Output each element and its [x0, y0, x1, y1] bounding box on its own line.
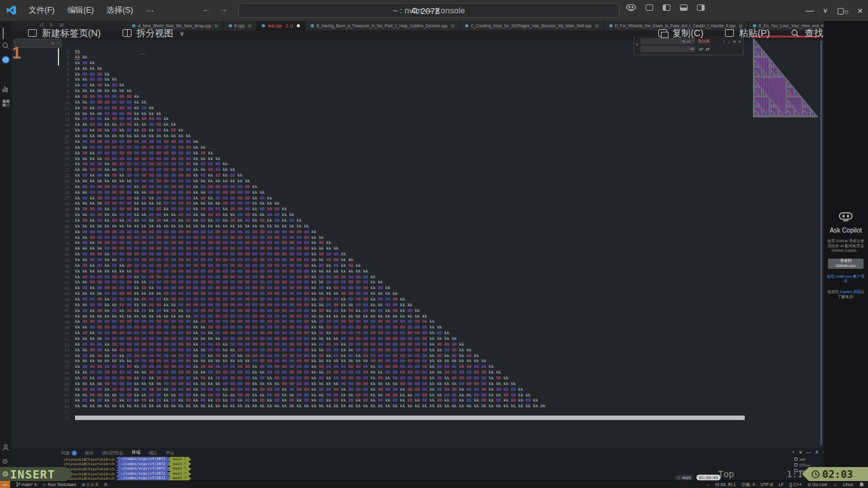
- editor-tab-3[interactable]: B_Having_Been_a_Treasurer_in_the_Past_1_…: [306, 21, 460, 30]
- new-tab-button[interactable]: 新建标签页(N): [42, 27, 101, 39]
- match-case-icon[interactable]: Aa: [681, 39, 685, 43]
- regex-icon[interactable]: .*: [57, 41, 59, 45]
- new-terminal-icon[interactable]: +: [792, 449, 795, 455]
- forward-icon[interactable]: →: [219, 4, 227, 14]
- minimap[interactable]: [752, 38, 820, 118]
- copy-button[interactable]: 复制(C): [672, 27, 703, 39]
- statusbar-item-3[interactable]: LF: [778, 482, 783, 487]
- terminal-list-item-0[interactable]: zsh: [794, 456, 824, 462]
- statusbar-item-1[interactable]: 空格: 4: [742, 482, 755, 488]
- cph-count-badge[interactable]: ✓ 4025: [675, 475, 693, 480]
- find-icon[interactable]: [791, 29, 799, 37]
- token: kk: [223, 168, 228, 172]
- token: 00: [208, 269, 213, 274]
- sync-icon[interactable]: ↻: [34, 482, 37, 487]
- token: 00: [452, 342, 457, 347]
- panel-tab-2[interactable]: 调试控制台: [102, 450, 123, 458]
- account-icon[interactable]: [2, 444, 10, 451]
- split-view-chevron-icon[interactable]: ∨: [180, 30, 184, 37]
- minimize-panel-icon[interactable]: —: [806, 449, 811, 455]
- statusbar-item-4[interactable]: {}C++: [789, 482, 801, 487]
- git-branch-item[interactable]: main* ↻: [16, 482, 37, 487]
- remote-indicator[interactable]: ><: [0, 481, 10, 488]
- toggle-panel-icon[interactable]: [680, 4, 688, 11]
- token: 00: [164, 140, 169, 144]
- customize-layout-icon[interactable]: [646, 4, 653, 11]
- paste-button[interactable]: 粘贴(P): [739, 27, 770, 39]
- ellipsis-icon[interactable]: ⋯: [140, 51, 146, 57]
- settings-sync-icon[interactable]: ⚙: [104, 482, 107, 487]
- statusbar-item-2[interactable]: UTF-8: [761, 482, 773, 487]
- menu-item-0[interactable]: 文件(F): [23, 3, 60, 18]
- github-signin-button[interactable]: 登录到 GitHub.com: [828, 259, 864, 269]
- token: 00: [223, 258, 228, 262]
- token: 00: [260, 315, 265, 319]
- paste-icon[interactable]: [725, 29, 734, 37]
- ghe-signin-link[interactable]: 使用 GHE.com 帐户登 录: [826, 274, 865, 284]
- restore-icon[interactable]: ▢◇: [837, 6, 848, 15]
- whole-word-icon[interactable]: ab: [687, 39, 691, 43]
- split-view-icon[interactable]: [123, 29, 132, 37]
- settings-gear-icon[interactable]: ⚙: [2, 458, 10, 465]
- statusbar-item-0[interactable]: 行 64, 列 1: [715, 482, 736, 488]
- statusbar-item-5[interactable]: ⊙Go Live: [808, 482, 827, 487]
- copy-icon[interactable]: [658, 29, 667, 37]
- new-tab-icon[interactable]: [28, 29, 37, 37]
- preserve-case-icon[interactable]: AB: [689, 47, 694, 51]
- back-icon[interactable]: ←: [202, 4, 210, 14]
- panel-tab-0[interactable]: 问题2: [61, 450, 77, 458]
- split-view-button[interactable]: 拆分视图: [137, 27, 173, 39]
- token: 00: [208, 348, 213, 353]
- maximize-panel-icon[interactable]: ∧: [815, 449, 819, 455]
- buffer-line: 66: [61, 415, 745, 421]
- panel-tab-4[interactable]: 端口: [149, 450, 158, 458]
- search-input[interactable]: ab .*: [14, 39, 62, 48]
- extensions-icon[interactable]: [2, 100, 10, 107]
- menu-item-1[interactable]: 编辑(E): [62, 3, 100, 18]
- editor-tab-2[interactable]: test.cpp2, U: [257, 21, 306, 30]
- nvim-terminal-area[interactable]: 1kk2kkkk3kk00kk4kkkkkkkk5kk000000kk6kkkk…: [11, 41, 824, 448]
- replace-input[interactable]: AB: [641, 46, 695, 52]
- run-testcases-button[interactable]: ▷ Run Testcases: [43, 482, 76, 487]
- bell-icon[interactable]: [859, 482, 864, 487]
- token: kk: [319, 370, 324, 375]
- chart-icon[interactable]: [2, 85, 10, 93]
- token: 00: [289, 388, 294, 392]
- feedback-smiley-icon[interactable]: ☺: [833, 482, 837, 487]
- toggle-secondary-sidebar-icon[interactable]: [697, 4, 705, 11]
- token: kk: [393, 382, 398, 386]
- replace-all-icon[interactable]: ⇄: [705, 46, 709, 52]
- editor-tab-1[interactable]: E.cppU: [224, 21, 257, 30]
- replace-icon[interactable]: ⇄: [699, 46, 703, 52]
- close-icon[interactable]: ×: [857, 5, 863, 16]
- cph-timer-badge[interactable]: 01:59:43: [696, 475, 721, 480]
- walkthrough-link[interactable]: Copilot 演练: [840, 290, 860, 294]
- token: kk: [223, 354, 228, 358]
- close-panel-icon[interactable]: ×: [822, 449, 824, 455]
- problems-summary[interactable]: ⊘1 ⚠0: [82, 482, 98, 487]
- search-sidebar-icon[interactable]: [2, 42, 10, 50]
- search-icon[interactable]: ⌕: [707, 482, 710, 487]
- testing-flask-icon[interactable]: [2, 71, 10, 78]
- explorer-icon[interactable]: [2, 28, 10, 36]
- copilot-activity-icon[interactable]: [2, 56, 10, 64]
- panel-tab-5[interactable]: 评论: [165, 450, 174, 458]
- terminal-dropdown-icon[interactable]: ∨: [799, 449, 803, 455]
- token: 00: [97, 123, 102, 127]
- regex-icon[interactable]: .*: [692, 39, 694, 43]
- menu-item-3[interactable]: ⋯: [140, 3, 159, 18]
- menu-item-2[interactable]: 选择(S): [101, 3, 139, 18]
- editor-tab-4[interactable]: C_Creating_Keys_for_StORages_Has_Become_…: [460, 21, 604, 30]
- terminal-list-label: C/C++: ...: [799, 463, 816, 467]
- match-case-icon[interactable]: ab: [51, 41, 55, 45]
- statusbar-item-6[interactable]: Linux: [843, 482, 853, 487]
- konsole-scrollbar[interactable]: [820, 41, 822, 445]
- command-center[interactable]: ~ : nvim — Konsole 2072: [238, 3, 620, 18]
- modified-dot-icon[interactable]: [297, 24, 300, 27]
- find-collapse-icon[interactable]: ∨: [635, 42, 639, 47]
- minimize-icon[interactable]: —: [806, 6, 814, 15]
- toggle-sidebar-icon[interactable]: [663, 4, 670, 11]
- panel-tab-1[interactable]: 输出: [85, 450, 94, 458]
- copilot-icon[interactable]: [626, 4, 636, 11]
- chevron-down-icon[interactable]: ∨: [823, 6, 828, 15]
